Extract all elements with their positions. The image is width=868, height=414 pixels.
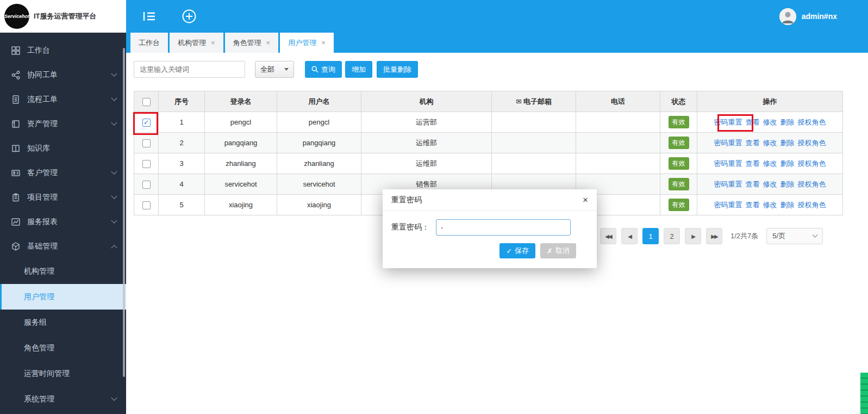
user-area[interactable]: admin#nx [779, 8, 837, 25]
sidebar-item-base-mgmt[interactable]: 基础管理 [0, 234, 126, 258]
cell-phone [576, 133, 660, 153]
avatar[interactable] [779, 8, 796, 25]
sidebar-subitem-label: 服务组 [24, 318, 47, 328]
cancel-label: 取消 [555, 246, 570, 256]
view-link[interactable]: 查看 [746, 118, 760, 126]
query-button[interactable]: 查询 [305, 61, 342, 78]
sidebar-item-customer-mgmt[interactable]: 客户管理 [0, 160, 126, 185]
delete-link[interactable]: 删除 [780, 139, 795, 147]
sidebar-subitem-user-mgmt[interactable]: 用户管理 [0, 284, 126, 310]
reset-password-input[interactable] [436, 219, 571, 236]
close-icon[interactable]: × [211, 39, 215, 46]
save-button[interactable]: ✓ 保存 [499, 243, 535, 258]
tab-org-mgmt[interactable]: 机构管理 × [170, 33, 223, 53]
chevron-down-icon [111, 119, 117, 125]
sidebar-item-label: 协同工单 [27, 70, 58, 80]
close-icon[interactable]: × [266, 39, 271, 46]
reset-password-link[interactable]: 密码重置 [714, 118, 742, 126]
delete-link[interactable]: 删除 [780, 118, 795, 126]
status-badge: 有效 [669, 116, 689, 128]
reset-password-link[interactable]: 密码重置 [714, 159, 742, 168]
edit-link[interactable]: 修改 [763, 201, 777, 209]
prev-page-icon[interactable]: ◀ [621, 228, 638, 244]
next-page-icon[interactable]: ▶ [685, 228, 701, 244]
pagination: ◀◀ ◀ 1 2 ▶ ▶▶ 1/2共7条 5/页 [600, 228, 823, 244]
sidebar-scrollbar[interactable] [123, 48, 125, 377]
table-row: ✓ 1 pengcl pengcl 运营部 有效 密码重置查看修改删除授权角色 [134, 112, 843, 133]
edit-link[interactable]: 修改 [763, 180, 777, 188]
sidebar-item-process-tickets[interactable]: 流程工单 [0, 87, 126, 112]
reset-password-link[interactable]: 密码重置 [714, 139, 742, 147]
keyword-input[interactable] [134, 61, 245, 78]
tab-role-mgmt[interactable]: 角色管理 × [225, 33, 279, 53]
sidebar-item-knowledge-base[interactable]: 知识库 [0, 136, 126, 160]
cell-index: 1 [159, 112, 205, 133]
sidebar-item-collab-tickets[interactable]: 协同工单 [0, 63, 126, 87]
sidebar-item-service-reports[interactable]: 服务报表 [0, 209, 126, 234]
first-page-icon[interactable]: ◀◀ [600, 228, 616, 244]
edit-link[interactable]: 修改 [763, 118, 777, 126]
row-checkbox[interactable] [142, 181, 151, 189]
view-link[interactable]: 查看 [746, 180, 760, 188]
sidebar-item-label: 工作台 [27, 46, 50, 55]
authorize-role-link[interactable]: 授权角色 [798, 201, 826, 209]
reset-password-link[interactable]: 密码重置 [714, 201, 742, 209]
knowledge-icon [11, 144, 21, 153]
authorize-role-link[interactable]: 授权角色 [798, 159, 826, 168]
sidebar-item-project-mgmt[interactable]: 项目管理 [0, 185, 126, 209]
delete-link[interactable]: 删除 [780, 201, 795, 209]
sidebar-subitem-role-mgmt[interactable]: 角色管理 [0, 335, 126, 361]
edit-link[interactable]: 修改 [763, 139, 777, 147]
reset-password-link[interactable]: 密码重置 [714, 180, 742, 188]
close-icon[interactable]: × [321, 39, 326, 46]
tab-workbench[interactable]: 工作台 [130, 33, 168, 53]
select-all-checkbox[interactable] [142, 98, 151, 106]
view-link[interactable]: 查看 [746, 139, 760, 147]
sidebar-subitem-operation-time-mgmt[interactable]: 运营时间管理 [0, 361, 126, 386]
page-button-2[interactable]: 2 [664, 228, 680, 244]
sidebar-subitem-service-group[interactable]: 服务组 [0, 310, 126, 335]
sidebar-item-workbench[interactable]: 工作台 [0, 38, 126, 63]
delete-link[interactable]: 删除 [780, 180, 795, 188]
view-link[interactable]: 查看 [746, 201, 760, 209]
view-link[interactable]: 查看 [746, 159, 760, 168]
row-checkbox[interactable] [142, 160, 151, 168]
cell-username: zhanliang [277, 153, 361, 174]
col-actions: 操作 [697, 91, 843, 112]
toolbar: 全部 查询 增加 批量删除 [126, 53, 868, 78]
status-filter-select[interactable]: 全部 [255, 61, 294, 78]
chevron-down-icon [111, 95, 117, 101]
table-row: 3 zhanliang zhanliang 运维部 有效 密码重置查看修改删除授… [134, 153, 843, 174]
authorize-role-link[interactable]: 授权角色 [798, 139, 826, 147]
sidebar-subitem-org-mgmt[interactable]: 机构管理 [0, 258, 126, 284]
batch-delete-label: 批量删除 [383, 65, 411, 75]
sidebar-subitem-system-mgmt[interactable]: 系统管理 [0, 386, 126, 412]
plus-icon[interactable] [182, 9, 197, 24]
row-checkbox[interactable] [142, 139, 151, 147]
menu-toggle-icon[interactable] [142, 10, 157, 22]
page-size-select[interactable]: 5/页 [766, 228, 823, 244]
row-checkbox[interactable]: ✓ [142, 119, 151, 127]
app-title: IT服务运营管理平台 [34, 11, 97, 21]
page-button-1[interactable]: 1 [642, 228, 659, 244]
delete-link[interactable]: 删除 [780, 159, 795, 168]
sidebar: Servicehot IT服务运营管理平台 工作台 协同工单 流程工单 [0, 0, 126, 414]
username: admin#nx [802, 12, 837, 21]
servicehot-logo: Servicehot [4, 4, 29, 29]
collab-ticket-icon [11, 70, 21, 80]
batch-delete-button[interactable]: 批量删除 [377, 61, 418, 78]
tab-user-mgmt[interactable]: 用户管理 × [280, 33, 334, 53]
cancel-button[interactable]: ✗ 取消 [540, 243, 576, 258]
row-checkbox[interactable] [142, 201, 151, 209]
last-page-icon[interactable]: ▶▶ [706, 228, 722, 244]
authorize-role-link[interactable]: 授权角色 [798, 180, 826, 188]
add-button[interactable]: 增加 [345, 61, 372, 78]
edit-link[interactable]: 修改 [763, 159, 777, 168]
scrollbar-thumb[interactable] [860, 373, 868, 414]
authorize-role-link[interactable]: 授权角色 [798, 118, 826, 126]
sidebar-subitem-label: 角色管理 [24, 343, 54, 353]
close-icon[interactable]: × [583, 195, 588, 205]
chevron-down-icon [813, 232, 818, 237]
reset-password-field-label: 重置密码： [391, 223, 429, 232]
sidebar-item-asset-mgmt[interactable]: 资产管理 [0, 112, 126, 136]
